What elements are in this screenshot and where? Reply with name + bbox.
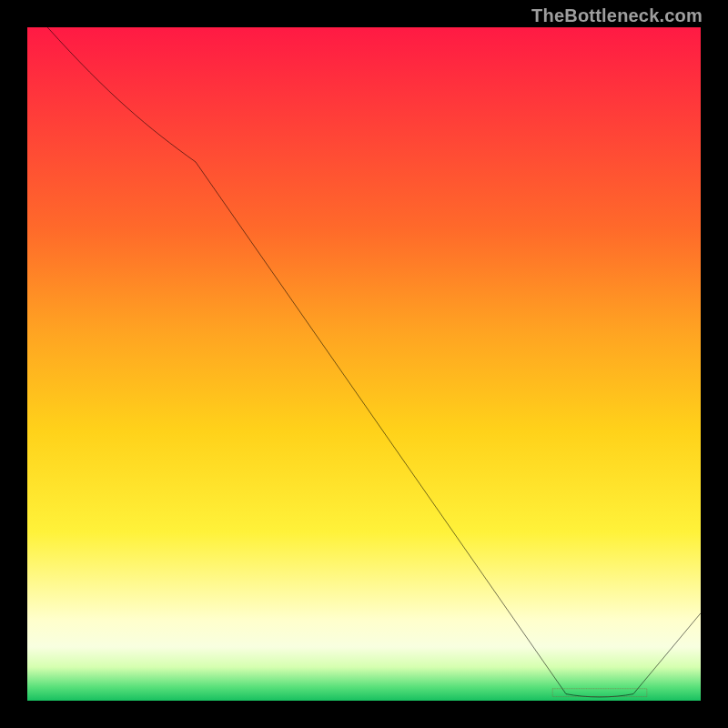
- optimum-range-marker: [552, 689, 647, 697]
- watermark-text: TheBottleneck.com: [531, 5, 703, 26]
- chart-frame: TheBottleneck.com: [0, 0, 728, 728]
- plot-area: [27, 27, 701, 701]
- curve-svg: [27, 27, 701, 701]
- bottleneck-curve: [47, 27, 701, 697]
